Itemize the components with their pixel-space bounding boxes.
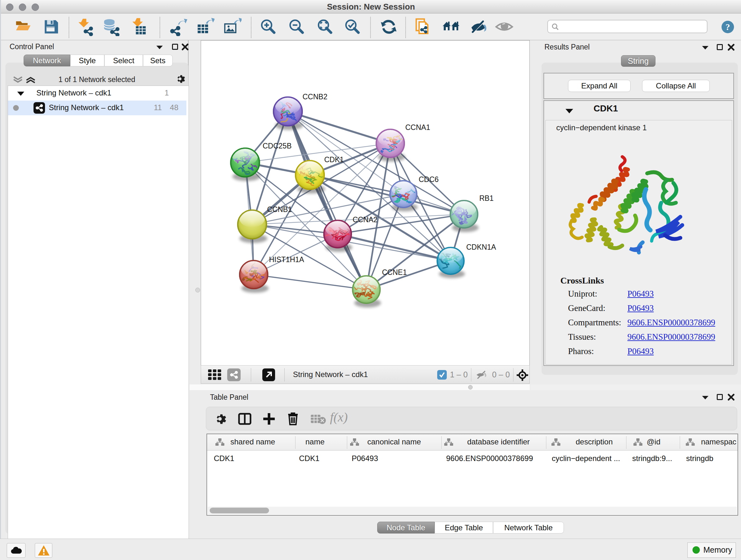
svg-text:RB1: RB1 — [479, 194, 494, 202]
svg-text:CCNE1: CCNE1 — [382, 268, 407, 276]
svg-text:HIST1H1A: HIST1H1A — [269, 255, 305, 264]
svg-text:CDKN1A: CDKN1A — [466, 243, 496, 251]
svg-text:CDK1: CDK1 — [324, 155, 344, 164]
svg-text:CDC25B: CDC25B — [263, 142, 292, 150]
svg-text:CCNA2: CCNA2 — [353, 215, 378, 224]
svg-text:CDC6: CDC6 — [419, 175, 439, 184]
svg-text:CCNB2: CCNB2 — [302, 92, 327, 101]
svg-text:CCNB1: CCNB1 — [267, 205, 292, 213]
svg-text:CCNA1: CCNA1 — [405, 123, 430, 132]
